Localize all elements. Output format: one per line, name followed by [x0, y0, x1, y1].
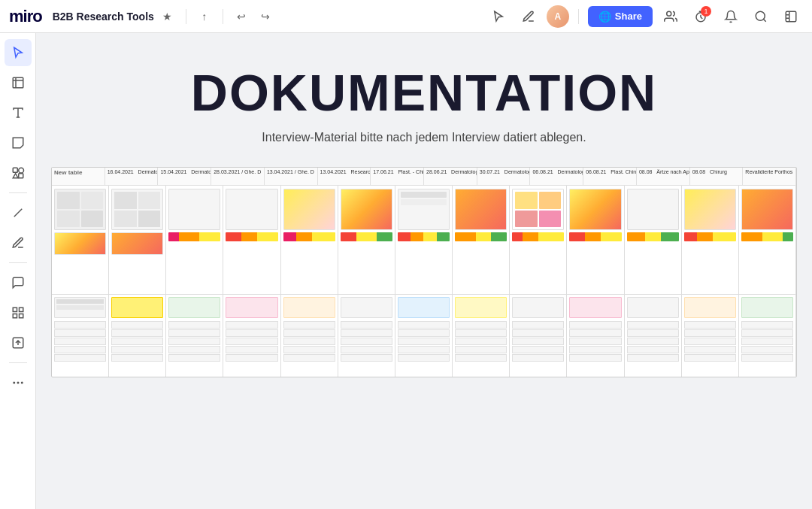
board-title-area: B2B Research Tools ★	[53, 8, 177, 26]
bottom-col-0	[52, 295, 109, 377]
mini-card	[569, 189, 621, 230]
mini-card	[341, 189, 392, 230]
bottom-col-2	[166, 295, 223, 377]
svg-rect-4	[13, 168, 17, 172]
topbar-right: A 🌐 Share 1	[486, 5, 803, 29]
col-header-8: 06.08.21 Dermatologie	[530, 168, 583, 185]
mini-table-row	[54, 354, 106, 362]
right-divider	[578, 9, 579, 24]
mini-card	[684, 189, 736, 230]
bottom-col-3	[223, 295, 280, 377]
share-label: Share	[615, 11, 642, 22]
svg-rect-3	[13, 77, 23, 88]
sticky-note-tool[interactable]	[5, 129, 32, 156]
col-header-2: 28.03.2021 / Ghe. D Dermatologie	[211, 168, 265, 185]
col-header-1: 15.04.2021 Dermatologie	[158, 168, 211, 185]
col-header-3: 13.04.2021 / Ghe. D	[265, 168, 318, 185]
export-icon[interactable]: ↑	[195, 8, 214, 26]
board-col-2	[166, 186, 223, 294]
svg-rect-7	[13, 308, 17, 311]
mini-table-row	[54, 321, 106, 329]
svg-rect-6	[18, 174, 23, 178]
upload-tool[interactable]	[5, 329, 32, 356]
nav-divider-2	[223, 9, 223, 24]
line-tool[interactable]	[5, 199, 32, 226]
board-col-6	[395, 186, 453, 294]
board-col-3	[223, 186, 280, 294]
board-col-12	[739, 186, 796, 294]
mini-card	[111, 189, 163, 230]
pen-icon[interactable]	[517, 5, 541, 29]
bottom-col-8	[510, 295, 567, 377]
board-col-7	[453, 186, 510, 294]
board-col-10	[625, 186, 682, 294]
mini-card-colorful2	[111, 232, 163, 255]
board-preview[interactable]: New table 16.04.2021 Dermatologie Art As…	[51, 167, 797, 377]
star-icon[interactable]: ★	[159, 8, 177, 26]
board-col-4	[281, 186, 338, 294]
comment-tool[interactable]	[5, 269, 32, 296]
bottom-col-7	[453, 295, 510, 377]
timer-icon[interactable]: 1	[689, 5, 713, 29]
panel-icon[interactable]	[779, 5, 803, 29]
toolbar-separator-2	[9, 262, 27, 263]
toolbar-separator-1	[9, 192, 27, 193]
canvas-area: DOKUMENTATION Interview-Material bitte n…	[36, 33, 812, 509]
col-header-10: 08.08 Ärtze nach Approbation	[637, 168, 690, 185]
shapes-tool[interactable]	[5, 159, 32, 186]
mini-card	[54, 189, 106, 230]
bottom-col-6	[395, 295, 453, 377]
frames-tool[interactable]	[5, 69, 32, 96]
svg-point-14	[20, 382, 23, 384]
col-header-9: 06.08.21 Plast. Chirurg	[583, 168, 637, 185]
globe-icon: 🌐	[598, 11, 611, 23]
redo-icon[interactable]: ↪	[256, 8, 274, 26]
more-tools-button[interactable]	[5, 369, 32, 396]
mini-card	[627, 189, 679, 230]
bottom-col-9	[567, 295, 624, 377]
text-tool[interactable]	[5, 99, 32, 126]
board-title: B2B Research Tools	[53, 11, 154, 23]
col-header-6: 28.06.21 Dermatologie	[424, 168, 477, 185]
canvas-title: DOKUMENTATION	[191, 63, 657, 122]
mini-card	[512, 189, 564, 230]
toolbar-separator-3	[9, 362, 27, 363]
board-bottom-row	[52, 294, 796, 377]
topbar: miro B2B Research Tools ★ ↑ ↩ ↪ A 🌐 Shar…	[0, 0, 812, 33]
mini-card-colorful	[54, 232, 106, 255]
header-label: New table	[52, 168, 105, 185]
col-header-12: Revalidierte Porthos	[743, 168, 796, 185]
col-header-0: 16.04.2021 Dermatologie Art Assistent/Ar…	[105, 168, 159, 185]
board-col-1	[109, 186, 166, 294]
bottom-col-1	[109, 295, 166, 377]
board-col-0	[52, 186, 109, 294]
left-toolbar	[0, 33, 36, 509]
bell-icon[interactable]	[719, 5, 743, 29]
pen-draw-tool[interactable]	[5, 229, 32, 256]
mini-card	[226, 189, 277, 230]
timer-badge: 1	[701, 6, 711, 17]
select-tool[interactable]	[5, 39, 32, 66]
grid-tool[interactable]	[5, 299, 32, 326]
col-header-5: 17.06.21 Plast. - Chirurg	[371, 168, 424, 185]
share-button[interactable]: 🌐 Share	[588, 6, 653, 27]
mini-card	[741, 189, 793, 230]
collaborators-icon[interactable]	[659, 5, 683, 29]
svg-rect-9	[13, 314, 17, 318]
board-col-9	[567, 186, 624, 294]
svg-point-12	[13, 382, 15, 384]
mini-table-row	[54, 338, 106, 345]
mini-table-row	[54, 329, 106, 337]
search-icon[interactable]	[749, 5, 773, 29]
mini-card	[283, 189, 335, 230]
bottom-col-5	[338, 295, 395, 377]
undo-icon[interactable]: ↩	[232, 8, 250, 26]
board-content-upper	[52, 186, 796, 294]
col-header-4: 13.04.2021 Research	[318, 168, 371, 185]
board-col-5	[338, 186, 395, 294]
cursor-icon[interactable]	[486, 5, 511, 29]
avatar[interactable]: A	[547, 5, 569, 28]
col-header-11: 08.08 Chirurg	[690, 168, 744, 185]
svg-rect-2	[786, 11, 796, 22]
svg-point-1	[756, 11, 765, 20]
